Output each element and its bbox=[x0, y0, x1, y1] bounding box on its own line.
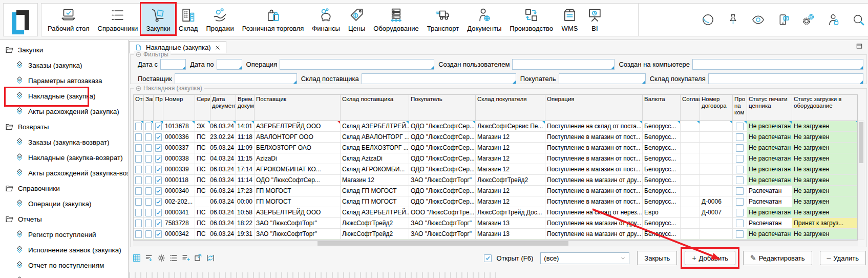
sidebar-item-operations-purchase[interactable]: Операции (закупка) bbox=[0, 196, 128, 211]
checkbox-unchecked[interactable] bbox=[736, 123, 744, 130]
cell-ser[interactable]: ПС bbox=[195, 229, 210, 239]
cell-op[interactable]: Поступление в магазин от пост... bbox=[545, 153, 643, 164]
tab-close-icon[interactable] bbox=[215, 45, 220, 50]
cell-time[interactable]: 11:15 bbox=[236, 153, 255, 164]
cell-zakr[interactable] bbox=[144, 186, 154, 196]
cell-agreed[interactable] bbox=[681, 121, 700, 131]
table-row[interactable]: 0000118ПС06.03.2411:14ОДО "ЛюксСофтСер..… bbox=[134, 175, 857, 186]
checkbox-unchecked[interactable] bbox=[135, 220, 142, 227]
cell-supplier_wh[interactable]: ЛюксСофтТрейд2 bbox=[341, 218, 409, 228]
cell-agreed[interactable] bbox=[681, 132, 700, 142]
grid-icon[interactable] bbox=[132, 253, 141, 263]
filter-buyer-input[interactable] bbox=[559, 73, 646, 84]
cell-load_status[interactable]: Не загружен bbox=[792, 164, 858, 174]
column-header-otm[interactable]: Отм bbox=[134, 95, 144, 121]
cell-time[interactable]: 19:36 bbox=[236, 240, 255, 241]
cell-load_status[interactable]: Принят к загруз... bbox=[792, 218, 858, 228]
nav-item-bi[interactable]: BI bbox=[582, 4, 607, 36]
cell-num[interactable]: 0000337 bbox=[163, 143, 195, 153]
sidebar-item-orders-purchase[interactable]: Заказы (закупка) bbox=[0, 57, 128, 73]
cell-pro[interactable] bbox=[154, 164, 163, 174]
cell-supplier_wh[interactable]: Магазин 12 bbox=[341, 175, 409, 185]
cell-otm[interactable] bbox=[134, 153, 144, 164]
column-header-agreed[interactable]: Соглаш bbox=[681, 95, 700, 121]
cell-supplier[interactable]: АЗЕРБЕЛТРЕЙД ООО bbox=[255, 207, 341, 217]
checkbox-unchecked[interactable] bbox=[145, 209, 152, 216]
column-header-cur[interactable]: Валюта bbox=[643, 95, 681, 121]
cell-num[interactable]: 0000340 bbox=[163, 186, 195, 196]
cell-buyer_wh[interactable] bbox=[476, 240, 545, 241]
cell-otm[interactable] bbox=[134, 164, 144, 174]
sidebar-item-receipts-report[interactable]: Отчет по поступлениям bbox=[0, 257, 128, 273]
list-icon[interactable] bbox=[169, 253, 178, 263]
cell-buyer[interactable]: ЗАО "ЛюксСофтТорг" bbox=[409, 229, 476, 239]
sidebar-item-autoorder-params[interactable]: Параметры автозаказа bbox=[0, 73, 128, 88]
cell-ser[interactable]: ПС bbox=[195, 240, 210, 241]
column-header-print_status[interactable]: Статус печати ценника bbox=[747, 95, 792, 121]
checkbox-unchecked[interactable] bbox=[145, 133, 152, 141]
checkbox-unchecked[interactable] bbox=[736, 155, 744, 163]
cell-supplier[interactable]: АЗЕРБЕЛТРЕЙД ООО bbox=[255, 121, 341, 131]
cell-load_status[interactable]: Не загружен bbox=[792, 121, 858, 131]
nav-item-documents[interactable]: Документы bbox=[463, 4, 505, 36]
cell-contract[interactable] bbox=[700, 229, 733, 239]
checkbox-unchecked[interactable] bbox=[135, 155, 142, 163]
cell-otm[interactable] bbox=[134, 121, 144, 131]
clock-icon[interactable] bbox=[701, 13, 715, 27]
cell-supplier_wh[interactable]: Склад AzizaDi bbox=[341, 153, 409, 164]
column-header-date[interactable]: Дата документа bbox=[210, 95, 236, 121]
cell-supplier_wh[interactable]: Склад АВАЛОНТОРГ ... bbox=[341, 132, 409, 142]
cell-cur[interactable]: Белорусс... bbox=[643, 164, 681, 174]
cell-agreed[interactable] bbox=[681, 240, 700, 241]
nav-item-production[interactable]: Производство bbox=[505, 4, 557, 36]
search-icon[interactable] bbox=[852, 13, 865, 27]
cell-date[interactable]: 04.03.24 bbox=[210, 153, 236, 164]
cell-contract[interactable] bbox=[700, 240, 733, 241]
cell-cur[interactable]: Белорусс... bbox=[643, 153, 681, 164]
cell-load_status[interactable]: Не загружен bbox=[792, 229, 858, 239]
checkbox-unchecked[interactable] bbox=[736, 198, 744, 206]
checkbox-unchecked[interactable] bbox=[145, 220, 152, 227]
cell-contract[interactable]: Д-0007 bbox=[700, 207, 733, 217]
cell-otm[interactable] bbox=[134, 218, 144, 228]
checkbox-unchecked[interactable] bbox=[135, 176, 142, 184]
cell-supplier[interactable]: БЕЛХОЗТОРГ ОАО bbox=[255, 143, 341, 153]
cell-supplier_wh[interactable]: Склад ЯРМАРКА ВКУ... bbox=[341, 240, 409, 241]
vertical-scrollbar[interactable] bbox=[858, 121, 864, 240]
cell-cur[interactable]: Белорусс... bbox=[643, 186, 681, 196]
cell-supplier_wh[interactable]: Склад ГП МОГОСТ bbox=[341, 186, 409, 196]
cell-pro2[interactable] bbox=[733, 121, 747, 131]
cell-buyer_wh[interactable]: Магазин 13 bbox=[476, 218, 545, 228]
cell-op[interactable]: Накладные расходы bbox=[545, 240, 643, 241]
table-row[interactable]: 0000342ПС06.03.2419:31ЗАО "ЛюксСофтТорг"… bbox=[134, 229, 857, 240]
cell-zakr[interactable] bbox=[144, 132, 154, 142]
cell-buyer[interactable]: ЗАО "ЛюксСофтТорг" bbox=[409, 240, 476, 241]
cell-op[interactable]: Поступление на склад от нерез... bbox=[545, 207, 643, 217]
restore-window-icon[interactable] bbox=[856, 43, 863, 50]
cell-pro[interactable] bbox=[154, 186, 163, 196]
cell-zakr[interactable] bbox=[144, 196, 154, 207]
cell-buyer_wh[interactable]: Магазин 13 bbox=[476, 229, 545, 239]
refresh-icon[interactable] bbox=[206, 253, 215, 263]
sidebar-item-discrepancy-acts[interactable]: Акты расхождений (закупка) bbox=[0, 104, 128, 119]
cell-load_status[interactable]: Не загружен bbox=[792, 132, 858, 142]
sidebar-item-clipped-item[interactable] bbox=[0, 273, 128, 278]
cell-buyer[interactable]: ОДО "ЛюксСофтСер... bbox=[409, 164, 476, 174]
checkbox-checked[interactable] bbox=[155, 187, 162, 195]
cell-buyer_wh[interactable]: ЛюксСофтТрейд Дос... bbox=[476, 207, 545, 217]
nav-item-sales[interactable]: Продажи bbox=[202, 4, 238, 36]
table-row[interactable]: 002-202...06.03.2400:00ГП МОГОСТСклад ГП… bbox=[134, 196, 857, 207]
checkbox-checked[interactable] bbox=[155, 220, 162, 227]
cell-buyer_wh[interactable]: Магазин 12 bbox=[476, 164, 545, 174]
filter-date-to-input[interactable] bbox=[217, 59, 242, 70]
cell-buyer_wh[interactable]: Магазин 12 bbox=[476, 143, 545, 153]
cell-zakr[interactable] bbox=[144, 153, 154, 164]
cell-date[interactable]: 06.03.24 bbox=[210, 207, 236, 217]
cell-num[interactable]: 0000342 bbox=[163, 229, 195, 239]
cell-otm[interactable] bbox=[134, 196, 144, 207]
cell-agreed[interactable] bbox=[681, 218, 700, 228]
cell-cur[interactable]: Белорусс... bbox=[643, 240, 681, 241]
cell-time[interactable]: 11:14 bbox=[236, 175, 255, 185]
cell-agreed[interactable] bbox=[681, 196, 700, 207]
cell-buyer[interactable]: ОДО "ЛюксСофтСер... bbox=[409, 196, 476, 207]
